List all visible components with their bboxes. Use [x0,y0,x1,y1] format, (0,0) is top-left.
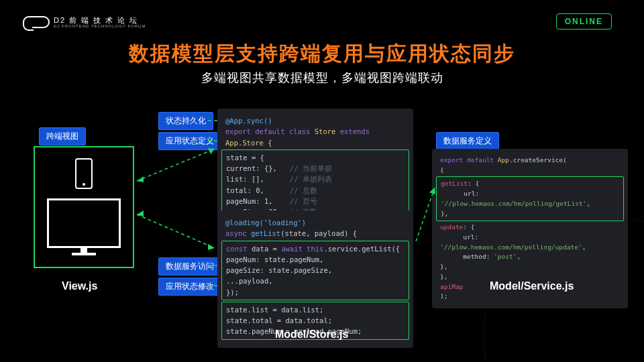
caption-service: Model/Service.js [490,280,574,292]
caption-view: View.js [62,280,97,292]
svg-marker-2 [137,176,144,182]
monitor-icon [47,198,121,248]
phone-icon [75,158,93,189]
slide-title: 数据模型层支持跨端复用与应用状态同步 [0,40,644,68]
highlight-service-def: getList: { url: '//plow.hemaos.com/hm/po… [436,176,624,221]
tag-data-service-access: 数据服务访问 [158,257,221,276]
view-box [34,146,134,268]
logo: D2 前 端 技 术 论 坛 DJ FRONTEND TECHNOLOGY FO… [32,16,146,28]
svg-marker-5 [137,210,144,217]
slide-subtitle: 多端视图共享数据模型，多端视图跨端联动 [0,70,644,86]
tag-app-state-mod: 应用状态修改 [158,278,221,296]
logo-subtitle: DJ FRONTEND TECHNOLOGY FORUM [54,24,146,28]
tag-cross-view: 跨端视图 [39,127,86,145]
tag-app-state-def: 应用状态定义 [158,132,221,150]
online-badge: ONLINE [556,13,612,29]
svg-line-0 [137,149,215,181]
tag-data-service-def: 数据服务定义 [436,132,499,150]
svg-marker-4 [208,244,215,250]
logo-title: D2 前 端 技 术 论 坛 [54,16,146,24]
code-store-bottom: @loading('loading') async getList(state,… [217,210,413,348]
svg-line-3 [137,215,215,248]
logo-icon [32,16,50,28]
tag-state-persist: 状态持久化 [158,112,213,130]
slide: { "header": { "logo_title": "D2 前 端 技 术 … [0,0,644,362]
caption-store: Model/Store.js [275,328,348,341]
highlight-service-access: const data = await this.service.getList(… [221,241,409,300]
